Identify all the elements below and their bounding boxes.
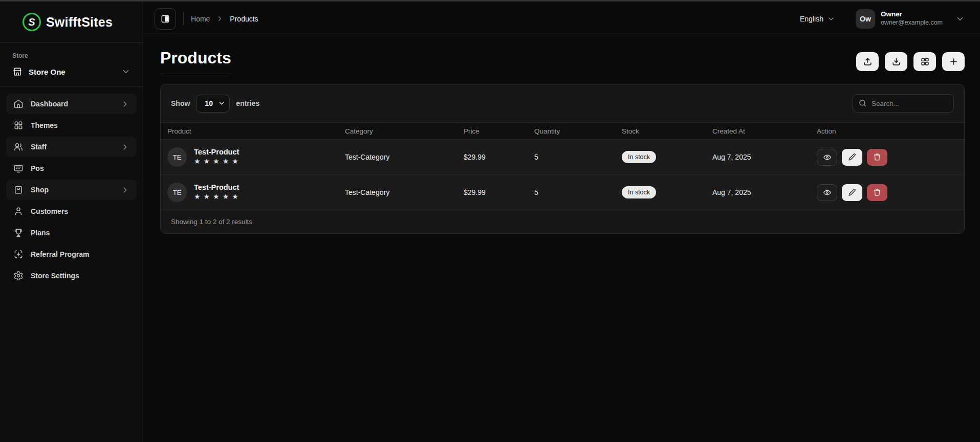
breadcrumb-current: Products [230, 15, 258, 23]
product-cell: TE Test-Product ★★★★★ [167, 147, 338, 167]
chevron-down-icon [121, 67, 130, 76]
show-label: Show [171, 99, 190, 107]
column-header-action: Action [810, 123, 964, 140]
brand-logo[interactable]: S SwifftSites [0, 2, 143, 43]
sidebar-item-plans[interactable]: Plans [6, 223, 137, 243]
page-header: Products [160, 49, 965, 74]
stock-badge: In stock [622, 151, 656, 163]
page-title: Products [160, 49, 231, 74]
avatar: Ow [856, 9, 875, 29]
price-cell: $29.99 [457, 175, 528, 210]
trash-icon [873, 153, 881, 161]
created-at-cell: Aug 7, 2025 [706, 175, 810, 210]
sidebar-item-label: Store Settings [31, 272, 129, 280]
delete-button[interactable] [867, 184, 887, 201]
brand-name: SwifftSites [46, 15, 113, 30]
import-button[interactable] [856, 52, 879, 71]
breadcrumb: Home Products [191, 15, 258, 23]
column-header-category: Category [338, 123, 457, 140]
chevron-down-icon [827, 15, 835, 23]
brand-logo-icon: S [23, 13, 41, 31]
page-size-select-wrap: 10 [196, 95, 230, 113]
panel-left-icon [160, 14, 170, 24]
created-at-cell: Aug 7, 2025 [706, 140, 810, 175]
column-header-quantity: Quantity [528, 123, 615, 140]
view-button[interactable] [817, 184, 837, 201]
column-header-stock: Stock [615, 123, 706, 140]
trash-icon [873, 188, 881, 196]
table-controls: Show 10 entries [161, 84, 964, 122]
delete-button[interactable] [867, 149, 887, 166]
column-header-product: Product [161, 123, 338, 140]
product-rating-stars: ★★★★★ [194, 157, 242, 167]
category-cell: Test-Category [338, 140, 457, 175]
add-product-button[interactable] [942, 52, 965, 71]
view-button[interactable] [817, 149, 837, 166]
store-section: Store Store One [0, 43, 143, 77]
add-icon [949, 57, 959, 67]
product-avatar: TE [167, 183, 187, 202]
sidebar-item-label: Shop [31, 186, 114, 194]
quantity-cell: 5 [528, 140, 615, 175]
store-selector[interactable]: Store One [12, 67, 130, 77]
sidebar-item-themes[interactable]: Themes [6, 115, 137, 136]
language-switcher[interactable]: English [800, 15, 835, 23]
gear-icon [13, 271, 24, 281]
chevron-right-icon [121, 100, 129, 108]
grid-view-button[interactable] [913, 52, 936, 71]
user-menu[interactable]: Ow Owner owner@example.com [856, 9, 965, 29]
pencil-icon [848, 188, 856, 196]
search-input[interactable] [853, 94, 954, 113]
sidebar-item-label: Pos [31, 164, 129, 172]
store-section-label: Store [12, 52, 130, 59]
home-icon [13, 99, 24, 109]
download-icon [891, 57, 901, 67]
user-info: Owner owner@example.com [881, 10, 943, 27]
page-size-select[interactable]: 10 [196, 95, 230, 113]
action-cell [817, 184, 964, 201]
topbar: Home Products English Ow Owner owner@exa… [143, 2, 980, 36]
search-icon [858, 99, 867, 107]
sidebar-toggle-button[interactable] [155, 8, 176, 30]
sidebar-item-pos[interactable]: Pos [6, 158, 137, 179]
store-selector-label: Store One [29, 68, 115, 76]
sidebar-item-label: Staff [31, 143, 114, 151]
sidebar-item-referral-program[interactable]: Referral Program [6, 244, 137, 264]
user-email: owner@example.com [881, 19, 943, 27]
sidebar-item-label: Themes [31, 121, 129, 129]
main-area: Home Products English Ow Owner owner@exa… [143, 2, 980, 442]
brand-logo-letter: S [28, 16, 35, 28]
chevron-down-icon [955, 14, 965, 24]
chevron-right-icon [121, 143, 129, 151]
column-header-created-at: Created At [706, 123, 810, 140]
product-name: Test-Product [194, 183, 242, 192]
sidebar-nav: Dashboard Themes Staff [0, 86, 143, 293]
sidebar-item-store-settings[interactable]: Store Settings [6, 266, 137, 286]
trophy-icon [13, 228, 24, 238]
sidebar-item-shop[interactable]: Shop [6, 180, 137, 200]
product-rating-stars: ★★★★★ [194, 192, 242, 202]
pencil-icon [848, 153, 856, 161]
action-cell [817, 149, 964, 166]
user-name: Owner [881, 10, 943, 19]
sidebar-item-staff[interactable]: Staff [6, 137, 137, 157]
grid-view-icon [920, 57, 930, 67]
results-summary: Showing 1 to 2 of 2 results [161, 210, 964, 233]
shopping-bag-icon [13, 185, 24, 195]
sidebar-item-customers[interactable]: Customers [6, 201, 137, 222]
page-content: Products [143, 36, 980, 442]
sidebar-item-label: Customers [31, 207, 129, 215]
sidebar: S SwifftSites Store Store One [0, 2, 143, 442]
pos-terminal-icon [13, 163, 24, 173]
sidebar-item-dashboard[interactable]: Dashboard [6, 94, 137, 114]
export-button[interactable] [885, 52, 907, 71]
column-header-price: Price [457, 123, 528, 140]
edit-button[interactable] [842, 184, 862, 201]
breadcrumb-home[interactable]: Home [191, 15, 210, 23]
search-wrap [853, 94, 954, 113]
edit-button[interactable] [842, 149, 862, 166]
products-table: Product Category Price Quantity Stock Cr… [161, 122, 964, 210]
eye-icon [823, 188, 832, 197]
stock-badge: In stock [622, 186, 656, 198]
table-header-row: Product Category Price Quantity Stock Cr… [161, 123, 964, 140]
